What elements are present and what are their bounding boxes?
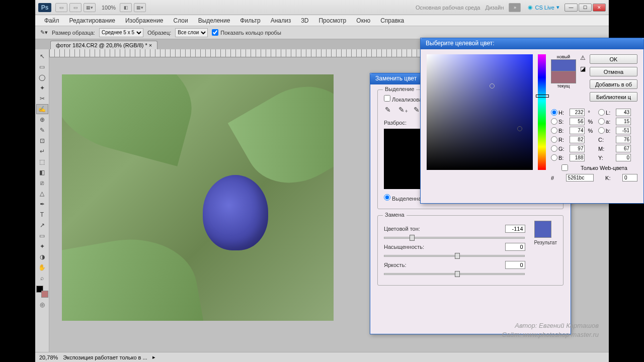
quickmask-toggle[interactable]: ◎ bbox=[36, 300, 48, 310]
wand-tool[interactable]: ✦ bbox=[36, 83, 48, 93]
brush-tool[interactable]: ✎ bbox=[36, 125, 48, 135]
a-input[interactable] bbox=[616, 118, 631, 125]
doc-tab[interactable]: фотог 1824.CR2 @ 20,8% (RGB/8) * × bbox=[50, 41, 157, 49]
cslive-link[interactable]: ◉CS Live▾ bbox=[528, 4, 559, 11]
eraser-tool[interactable]: ⬚ bbox=[36, 157, 48, 167]
cube-icon[interactable]: ◪ bbox=[580, 65, 586, 72]
color-libraries-button[interactable]: Библиотеки ц bbox=[590, 92, 637, 102]
workspace-expand[interactable]: » bbox=[509, 3, 521, 12]
h-radio[interactable]: H: bbox=[551, 109, 568, 116]
type-tool[interactable]: T bbox=[36, 210, 48, 220]
add-swatch-button[interactable]: Добавить в об bbox=[590, 79, 637, 89]
result-swatch[interactable] bbox=[534, 221, 551, 238]
h-input[interactable] bbox=[570, 109, 585, 116]
eyedropper-icon[interactable]: ✎ bbox=[384, 106, 392, 114]
crop-tool[interactable]: ✂ bbox=[36, 94, 48, 104]
workspace-design[interactable]: Дизайн bbox=[485, 5, 504, 11]
maximize-button[interactable]: ☐ bbox=[579, 4, 592, 12]
cancel-button[interactable]: Отмена bbox=[590, 67, 637, 76]
shape-tool[interactable]: ▭ bbox=[36, 231, 48, 241]
path-tool[interactable]: ↗ bbox=[36, 220, 48, 230]
zoom-display[interactable]: 100% bbox=[102, 5, 116, 11]
status-dropdown-icon[interactable]: ▸ bbox=[152, 354, 155, 360]
localized-check[interactable]: Локализован bbox=[384, 97, 425, 103]
menu-layer[interactable]: Слои bbox=[169, 16, 193, 26]
sat-input[interactable] bbox=[505, 243, 525, 251]
menu-edit[interactable]: Редактирование bbox=[64, 16, 120, 26]
light-input[interactable] bbox=[505, 261, 525, 269]
close-button[interactable]: ✕ bbox=[593, 4, 606, 12]
lasso-tool[interactable]: ◯ bbox=[36, 72, 48, 82]
stamp-tool[interactable]: ⊡ bbox=[36, 136, 48, 146]
r-radio[interactable]: R: bbox=[551, 136, 568, 143]
menu-select[interactable]: Выделение bbox=[193, 16, 235, 26]
tb-btn-1[interactable]: ▭ bbox=[55, 3, 67, 12]
menu-filter[interactable]: Фильтр bbox=[235, 16, 265, 26]
c-input[interactable] bbox=[616, 136, 631, 143]
minimize-button[interactable]: — bbox=[565, 4, 578, 12]
color-swatches[interactable] bbox=[36, 286, 48, 298]
hue-pointer[interactable] bbox=[536, 95, 549, 98]
b-radio[interactable]: B: bbox=[551, 127, 568, 134]
eyedropper-tool[interactable]: ✍ bbox=[36, 104, 48, 114]
sample-select[interactable]: Все слои bbox=[175, 28, 208, 37]
blur-tool[interactable]: ⎚ bbox=[36, 178, 48, 188]
s-radio[interactable]: S: bbox=[551, 118, 568, 125]
tb-btn-5[interactable]: ▦▾ bbox=[134, 3, 146, 12]
3d-cam-tool[interactable]: ◑ bbox=[36, 252, 48, 262]
s-input[interactable] bbox=[570, 118, 585, 125]
color-field[interactable] bbox=[427, 54, 533, 170]
picker-title[interactable]: Выберите целевой цвет: bbox=[421, 38, 643, 49]
menu-file[interactable]: Файл bbox=[39, 16, 64, 26]
bb-radio[interactable]: b: bbox=[598, 127, 614, 134]
ok-button[interactable]: OK bbox=[590, 54, 637, 64]
close-tab-icon[interactable]: × bbox=[149, 42, 152, 48]
l-input[interactable] bbox=[616, 109, 631, 116]
current-color-swatch[interactable] bbox=[551, 71, 576, 83]
workspace-essentials[interactable]: Основная рабочая среда bbox=[416, 5, 480, 11]
hand-tool[interactable]: ✋ bbox=[36, 262, 48, 273]
show-ring-check[interactable]: Показать кольцо пробы bbox=[212, 29, 281, 36]
r-input[interactable] bbox=[570, 136, 585, 143]
menu-view[interactable]: Просмотр bbox=[313, 16, 351, 26]
g-input[interactable] bbox=[570, 145, 585, 152]
status-zoom[interactable]: 20,78% bbox=[39, 354, 58, 360]
background-color[interactable] bbox=[41, 291, 48, 298]
hue-strip[interactable] bbox=[538, 54, 546, 170]
bb-input[interactable] bbox=[616, 127, 631, 134]
light-slider[interactable] bbox=[384, 273, 525, 275]
tb-btn-3[interactable]: ▦▾ bbox=[84, 3, 96, 12]
m-input[interactable] bbox=[616, 145, 631, 152]
move-tool[interactable]: ↖ bbox=[36, 51, 48, 61]
y-input[interactable] bbox=[616, 154, 631, 161]
warn-icon[interactable]: ⚠ bbox=[580, 54, 586, 61]
b-input[interactable] bbox=[570, 127, 585, 134]
web-only-check[interactable]: Только Web-цвета bbox=[551, 164, 627, 171]
menu-image[interactable]: Изображение bbox=[120, 16, 169, 26]
g-radio[interactable]: G: bbox=[551, 145, 568, 152]
eyedropper-plus-icon[interactable]: ✎₊ bbox=[399, 106, 407, 114]
3d-tool[interactable]: ✦ bbox=[36, 241, 48, 251]
hex-input[interactable] bbox=[566, 174, 594, 182]
document-canvas[interactable] bbox=[62, 74, 334, 321]
bv-input[interactable] bbox=[570, 154, 585, 161]
heal-tool[interactable]: ⊕ bbox=[36, 115, 48, 125]
tb-btn-2[interactable]: ▭ bbox=[69, 3, 82, 12]
menu-window[interactable]: Окно bbox=[351, 16, 375, 26]
menu-analysis[interactable]: Анализ bbox=[266, 16, 296, 26]
menu-3d[interactable]: 3D bbox=[296, 16, 313, 26]
sat-slider[interactable] bbox=[384, 255, 525, 257]
zoom-tool[interactable]: ⌕ bbox=[36, 273, 48, 283]
menu-help[interactable]: Справка bbox=[375, 16, 409, 26]
dodge-tool[interactable]: △ bbox=[36, 189, 48, 199]
bv-radio[interactable]: B: bbox=[551, 154, 568, 161]
tb-btn-4[interactable]: ◧ bbox=[120, 3, 132, 12]
sample-size-select[interactable]: Среднее 5 x 5 bbox=[99, 28, 143, 37]
gradient-tool[interactable]: ◧ bbox=[36, 167, 48, 177]
k-input[interactable] bbox=[622, 174, 637, 182]
a-radio[interactable]: a: bbox=[598, 118, 614, 125]
hue-input[interactable] bbox=[505, 225, 525, 233]
pen-tool[interactable]: ✒ bbox=[36, 199, 48, 209]
marquee-tool[interactable]: ▭ bbox=[36, 62, 48, 72]
hue-slider[interactable] bbox=[384, 237, 525, 239]
